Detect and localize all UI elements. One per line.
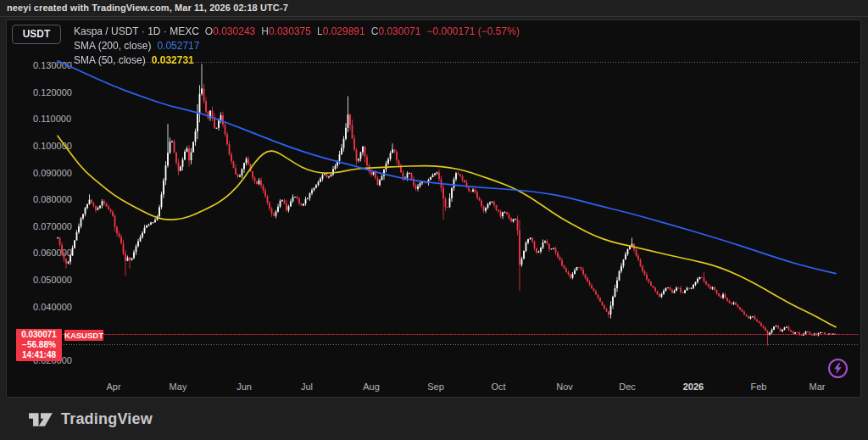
x-axis-tick: May: [159, 382, 197, 392]
lightning-boost-button[interactable]: [828, 359, 848, 378]
change-value: −0.000171 (−0.57%): [426, 25, 519, 37]
y-axis-tick: 0.110000: [33, 114, 71, 124]
legend-symbol-row[interactable]: Kaspa / USDT · 1D · MEXCO0.030243H0.0303…: [74, 25, 520, 37]
legend-sma200-row[interactable]: SMA (200, close)0.052717: [74, 40, 199, 52]
y-axis-tick: 0.040000: [33, 302, 72, 312]
tradingview-screenshot: neeyi created with TradingView.com, Mar …: [0, 0, 868, 440]
y-axis-tick: 0.120000: [33, 87, 72, 97]
sma50-value: 0.032731: [152, 54, 194, 66]
x-axis-tick: Jul: [288, 382, 326, 392]
legend-sma50-row[interactable]: SMA (50, close)0.032731: [74, 54, 194, 66]
sma50-label: SMA (50, close): [74, 54, 146, 66]
current-price: 0.030071: [16, 330, 62, 340]
y-axis-tick: 0.100000: [33, 141, 72, 151]
ohlc-open-key: O: [205, 25, 213, 37]
x-axis-tick: 2026: [675, 382, 712, 392]
ohlc-low-value: 0.029891: [323, 25, 365, 37]
ohlc-close-value: 0.030071: [378, 25, 420, 37]
x-axis-tick: Jun: [225, 382, 263, 392]
y-axis-tick: 0.070000: [33, 221, 72, 231]
sma200-value: 0.052717: [157, 40, 199, 52]
bar-countdown: 14:41:48: [16, 350, 62, 360]
footer-bar: TradingView: [0, 398, 868, 440]
symbol-title: Kaspa / USDT · 1D · MEXC: [74, 25, 199, 37]
lightning-icon: [833, 363, 843, 374]
ohlc-high-value: 0.030375: [269, 25, 311, 37]
tradingview-logo[interactable]: TradingView: [28, 410, 153, 429]
x-axis-tick: Mar: [798, 382, 836, 392]
ohlc-low-key: L: [317, 25, 323, 37]
x-axis-tick: Oct: [480, 382, 517, 392]
x-axis-tick: Feb: [740, 382, 777, 392]
change-percent: −56.88%: [16, 340, 62, 350]
y-axis-tick: 0.060000: [33, 248, 72, 258]
x-axis-tick: Nov: [546, 382, 583, 392]
symbol-quote-button[interactable]: USDT: [12, 25, 61, 44]
attribution-text: neeyi created with TradingView.com, Mar …: [7, 3, 288, 13]
y-axis-tick: 0.080000: [33, 194, 72, 204]
price-chart-canvas[interactable]: [7, 20, 860, 397]
symbol-tag: KASUSDT: [64, 330, 103, 341]
x-axis-tick: Apr: [95, 382, 132, 392]
ohlc-open-value: 0.030243: [213, 25, 255, 37]
chart-panel[interactable]: USDT Kaspa / USDT · 1D · MEXCO0.030243H0…: [6, 19, 861, 398]
x-axis-tick: Aug: [353, 382, 390, 392]
top-divider: [0, 16, 868, 17]
y-axis-tick: 0.090000: [33, 168, 72, 178]
ohlc-high-key: H: [261, 25, 269, 37]
y-axis-tick: 0.130000: [33, 60, 72, 70]
x-axis-tick: Sep: [417, 382, 454, 392]
tradingview-mark-icon: [28, 410, 53, 429]
sma200-label: SMA (200, close): [74, 40, 151, 52]
x-axis-tick: Dec: [609, 382, 646, 392]
current-price-label: 0.030071 −56.88% 14:41:48: [16, 329, 62, 361]
y-axis-tick: 0.050000: [33, 275, 72, 285]
tradingview-wordmark: TradingView: [61, 410, 153, 428]
